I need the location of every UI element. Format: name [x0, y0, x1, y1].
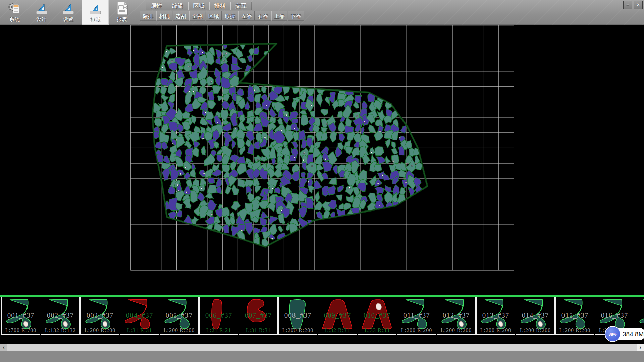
thumbnail-cell-9[interactable]: 009_#37L:32 R:31 [318, 297, 357, 335]
design-icon [34, 1, 49, 16]
system-icon [7, 1, 22, 16]
piece-name: 0 [635, 311, 644, 320]
piece-lr-count: L:200 R:200 [81, 327, 119, 334]
piece-name: 016_#37 [595, 311, 634, 320]
layout-icon [88, 1, 103, 16]
piece-lr-count: L:200 R:200 [437, 327, 475, 334]
menu-tab-4[interactable]: 排料 [209, 2, 230, 10]
toolbar: 系统 设计 设置 排版 [0, 0, 644, 25]
piece-lr-count: L:200 R:200 [477, 327, 515, 334]
piece-name: 013_#37 [477, 311, 515, 320]
thumbnail-cell-6[interactable]: 006_#37L:21 R:21 [199, 297, 238, 335]
settings-icon [61, 1, 76, 16]
memory-usage-badge: 38% 384.8M [606, 328, 644, 340]
thumbnail-cell-3[interactable]: 003_#37L:200 R:200 [80, 297, 119, 335]
tool-button-6[interactable]: 瑕疵 [222, 11, 238, 21]
menu-tab-1[interactable]: 属性 [146, 2, 167, 10]
thumbnail-cell-2[interactable]: 002_#37L:132 R:132 [41, 297, 80, 335]
piece-name: 008_#37 [279, 311, 317, 320]
design-button-label: 设计 [36, 16, 47, 23]
piece-name: 015_#37 [556, 311, 594, 320]
horizontal-scrollbar[interactable]: ‹ › [0, 344, 644, 351]
report-icon [115, 1, 129, 16]
tool-button-9[interactable]: 上靠 [271, 11, 287, 21]
piece-name: 006_#37 [200, 311, 238, 320]
thumbnail-cell-11[interactable]: 011_#37L:200 R:200 [397, 297, 436, 335]
piece-name: 010_#37 [358, 311, 396, 320]
piece-lr-count: L:132 R:132 [41, 327, 79, 334]
settings-button[interactable]: 设置 [55, 0, 82, 25]
piece-name: 011_#37 [397, 311, 436, 320]
nesting-canvas[interactable] [0, 25, 644, 295]
thumbnail-cell-10[interactable]: 010_#37L:33 R:33 [358, 297, 396, 335]
layout-button[interactable]: 排版 [82, 0, 109, 25]
menu-tab-2[interactable]: 编辑 [167, 2, 188, 10]
thumbnail-cell-1[interactable]: 001_#37L:700 R:700 [1, 297, 40, 335]
piece-lr-count: L:200 R:200 [516, 327, 554, 334]
piece-lr-count: L:700 R:700 [2, 327, 40, 334]
thumbnail-cell-14[interactable]: 014_#37L:200 R:200 [516, 297, 555, 335]
tool-button-7[interactable]: 左靠 [238, 11, 255, 21]
strip-top-border [0, 295, 644, 297]
piece-name: 002_#37 [41, 311, 79, 320]
system-button-label: 系统 [9, 16, 20, 23]
piece-lr-count: L:33 R:33 [358, 327, 396, 334]
window-controls: – × [623, 1, 643, 9]
piece-lr-count: L:21 R:21 [200, 327, 238, 334]
memory-value: 384.8M [623, 328, 644, 340]
piece-lr-count: L:31 R:31 [120, 327, 159, 334]
thumbnail-cell-15[interactable]: 015_#37L:200 R:200 [555, 297, 594, 335]
piece-name: 012_#37 [437, 311, 475, 320]
scroll-left-icon: ‹ [3, 344, 5, 350]
scroll-right-button[interactable]: › [637, 344, 644, 351]
close-button[interactable]: × [634, 1, 643, 9]
piece-name: 009_#37 [318, 311, 357, 320]
piece-lr-count: L:32 R:31 [318, 327, 357, 334]
piece-lr-count: L:31 R:31 [239, 327, 277, 334]
piece-thumbnail-strip: 001_#37L:700 R:700002_#37L:132 R:132003_… [0, 295, 644, 336]
tool-button-bar: 聚排相机选割全割区域瑕疵左靠右靠上靠下靠 [140, 11, 304, 21]
close-icon: × [637, 2, 640, 7]
tool-button-8[interactable]: 右靠 [255, 11, 271, 21]
piece-name: 004_#37 [120, 311, 159, 320]
piece-name: 007_#37 [239, 311, 277, 320]
thumbnail-cell-4[interactable]: 004_#37L:31 R:31 [120, 297, 159, 335]
piece-name: 014_#37 [516, 311, 554, 320]
thumbnail-cell-13[interactable]: 013_#37L:200 R:200 [476, 297, 515, 335]
minimize-icon: – [626, 2, 629, 7]
progress-circle: 38% [605, 326, 621, 342]
piece-lr-count: L:200 R:200 [397, 327, 436, 334]
thumbnail-cell-12[interactable]: 012_#37L:200 R:200 [437, 297, 476, 335]
window-bottom-edge [0, 351, 644, 362]
menu-tab-bar: 属性编辑区域排料交互 [146, 2, 252, 10]
piece-lr-count: L:200 R:200 [556, 327, 594, 334]
scroll-right-icon: › [639, 344, 641, 350]
progress-percent: 38% [608, 332, 616, 337]
design-button[interactable]: 设计 [28, 0, 55, 25]
thumbnail-cell-5[interactable]: 005_#37L:200 R:200 [160, 297, 199, 335]
system-button[interactable]: 系统 [1, 0, 28, 25]
tool-button-3[interactable]: 选割 [173, 11, 189, 21]
scroll-left-button[interactable]: ‹ [0, 344, 7, 351]
thumbnail-cell-7[interactable]: 007_#37L:31 R:31 [239, 297, 278, 335]
piece-lr-count: L:200 R:200 [160, 327, 198, 334]
tool-button-5[interactable]: 区域 [206, 11, 222, 21]
menu-tab-3[interactable]: 区域 [188, 2, 209, 10]
tool-button-10[interactable]: 下靠 [288, 11, 304, 21]
minimize-button[interactable]: – [623, 1, 632, 9]
main-button-group: 系统 设计 设置 排版 [1, 0, 136, 25]
report-button[interactable]: 报表 [109, 0, 136, 25]
piece-name: 001_#37 [2, 311, 40, 320]
tool-button-2[interactable]: 相机 [156, 11, 172, 21]
layout-button-label: 排版 [90, 16, 101, 23]
piece-lr-count: L:200 R:200 [279, 327, 317, 334]
tool-button-4[interactable]: 全割 [189, 11, 205, 21]
settings-button-label: 设置 [63, 16, 74, 23]
menu-tab-5[interactable]: 交互 [230, 2, 252, 10]
piece-name: 003_#37 [81, 311, 119, 320]
piece-name: 005_#37 [160, 311, 198, 320]
tool-button-1[interactable]: 聚排 [140, 11, 156, 21]
thumbnail-cell-8[interactable]: 008_#37L:200 R:200 [278, 297, 317, 335]
report-button-label: 报表 [117, 16, 127, 23]
